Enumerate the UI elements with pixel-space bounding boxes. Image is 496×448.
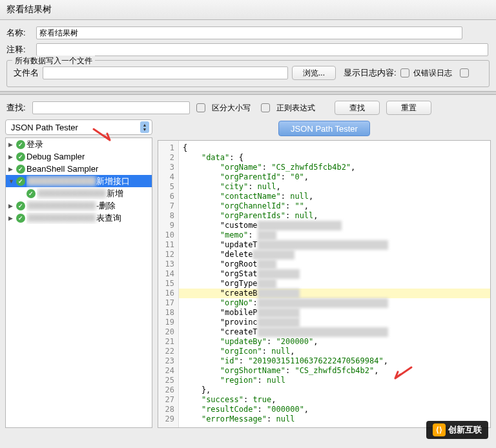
success-icon bbox=[16, 214, 25, 223]
tree-item-label: XXXXXXXXXXXX表查询 bbox=[26, 212, 121, 224]
tree-item-label: XXXXXXXXXXXX-删除 bbox=[26, 200, 116, 212]
case-label: 区分大小写 bbox=[212, 103, 251, 114]
tree-item[interactable]: ▶BeanShell Sampler bbox=[6, 163, 152, 175]
pixelated-text: AAAAAAAA AAAA AAAA AAAA AAAA bbox=[258, 240, 388, 250]
error-only-label: 仅错误日志 bbox=[413, 68, 452, 79]
pixelated-text: AAAA bbox=[258, 279, 276, 289]
reset-button[interactable]: 重置 bbox=[386, 101, 431, 115]
file-input[interactable] bbox=[43, 66, 288, 79]
name-input[interactable] bbox=[36, 26, 462, 39]
blurred-text: XXXXXXXXXXXX bbox=[26, 213, 96, 223]
log-label: 显示日志内容: bbox=[344, 67, 397, 79]
success-icon bbox=[26, 189, 36, 198]
line-gutter: 1234567891011121314151617181920212223242… bbox=[158, 141, 179, 427]
expand-icon[interactable]: ▶ bbox=[8, 203, 15, 209]
success-icon bbox=[16, 140, 25, 149]
left-panel: JSON Path Tester ▲▼ ▶登录▶Debug Sampler▶Be… bbox=[5, 119, 152, 428]
search-button[interactable]: 查找 bbox=[335, 101, 380, 115]
success-icon bbox=[16, 165, 25, 174]
expand-icon[interactable]: ▶ bbox=[8, 154, 15, 160]
blurred-text: XXXXXXXXXXXX bbox=[26, 176, 96, 186]
tree-item[interactable]: ▶登录 bbox=[6, 138, 152, 150]
blurred-text: XXXXXXXXXXXX bbox=[26, 201, 96, 210]
tree-item-label: Debug Sampler bbox=[26, 152, 85, 161]
tree-item[interactable]: ▶XXXXXXXXXXXX表查询 bbox=[6, 212, 152, 224]
name-label: 名称: bbox=[6, 27, 32, 39]
regex-checkbox[interactable] bbox=[261, 103, 270, 112]
pixelated-text: AAAA AAAA bbox=[258, 318, 300, 327]
window-title: 察看结果树 bbox=[0, 0, 496, 20]
code-content[interactable]: { "data": { "orgName": "CS_zhwfd5fcb4b2"… bbox=[179, 141, 490, 427]
main-area: JSON Path Tester ▲▼ ▶登录▶Debug Sampler▶Be… bbox=[0, 119, 496, 428]
watermark-icon: ⟨⟩ bbox=[433, 423, 446, 436]
tester-dropdown[interactable]: JSON Path Tester ▲▼ bbox=[5, 119, 152, 135]
watermark: ⟨⟩ 创新互联 bbox=[426, 421, 488, 439]
tree-item-label: XXXXXXXXXXXX新增接口 bbox=[26, 176, 130, 187]
json-path-tester-button[interactable]: JSON Path Tester bbox=[278, 121, 370, 136]
pixelated-text: AAAA bbox=[258, 230, 276, 240]
file-fieldset: 所有数据写入一个文件 文件名 浏览... 显示日志内容: 仅错误日志 bbox=[6, 60, 490, 87]
results-tree[interactable]: ▶登录▶Debug Sampler▶BeanShell Sampler▼XXXX… bbox=[5, 137, 152, 428]
success-icon bbox=[16, 201, 25, 210]
pixelated-text: AAAAAAAA AAAA AAAA bbox=[258, 221, 342, 230]
pixelated-text: AAAA AAAA bbox=[258, 269, 300, 279]
success-icon bbox=[16, 177, 25, 186]
code-area[interactable]: 1234567891011121314151617181920212223242… bbox=[158, 140, 491, 428]
tree-item[interactable]: ▶Debug Sampler bbox=[6, 150, 152, 163]
pixelated-text: AAAAAAAA AAAA AAAA AAAA AAAA bbox=[258, 327, 388, 337]
browse-button[interactable]: 浏览... bbox=[292, 66, 336, 80]
error-only-checkbox[interactable] bbox=[400, 68, 409, 77]
comment-label: 注释: bbox=[6, 44, 32, 56]
pixelated-text: AAAAAAAA AAAA AAAA AAAA AAAA bbox=[258, 298, 388, 308]
tree-item[interactable]: ▶XXXXXXXXXXXX-删除 bbox=[6, 199, 152, 212]
expand-icon[interactable]: ▶ bbox=[8, 141, 15, 148]
tree-item-label: BeanShell Sampler bbox=[26, 164, 98, 174]
case-checkbox[interactable] bbox=[196, 103, 205, 112]
expand-icon[interactable]: ▶ bbox=[8, 215, 15, 221]
pixelated-text: AAAA AAAA bbox=[258, 289, 300, 298]
pixelated-text: AAAA AAAA bbox=[258, 308, 300, 318]
search-input[interactable] bbox=[32, 101, 190, 114]
tree-item-label: XXXXXXXXXXXX新增 bbox=[37, 188, 123, 199]
pixelated-text: AAAA AAAA bbox=[253, 250, 294, 260]
extra-checkbox[interactable] bbox=[460, 68, 469, 77]
dropdown-arrows-icon: ▲▼ bbox=[140, 121, 149, 133]
expand-icon[interactable]: ▼ bbox=[8, 178, 15, 185]
pixelated-text: AAAA bbox=[258, 260, 276, 269]
separator bbox=[0, 91, 496, 95]
right-panel: JSON Path Tester 12345678910111213141516… bbox=[158, 119, 491, 428]
watermark-text: 创新互联 bbox=[448, 424, 482, 436]
regex-label: 正则表达式 bbox=[276, 103, 315, 114]
dropdown-value: JSON Path Tester bbox=[11, 123, 78, 132]
content-area: 名称: 注释: 所有数据写入一个文件 文件名 浏览... 显示日志内容: 仅错误… bbox=[0, 20, 496, 119]
expand-icon[interactable]: ▶ bbox=[8, 166, 15, 172]
success-icon bbox=[16, 152, 25, 161]
search-label: 查找: bbox=[6, 102, 26, 114]
file-label: 文件名 bbox=[14, 67, 39, 79]
blurred-text: XXXXXXXXXXXX bbox=[37, 188, 107, 198]
comment-input[interactable] bbox=[36, 43, 488, 56]
tree-item[interactable]: XXXXXXXXXXXX新增 bbox=[6, 187, 152, 199]
tree-item[interactable]: ▼XXXXXXXXXXXX新增接口 bbox=[6, 175, 152, 187]
tree-item-label: 登录 bbox=[26, 139, 43, 150]
fieldset-legend: 所有数据写入一个文件 bbox=[12, 56, 95, 66]
